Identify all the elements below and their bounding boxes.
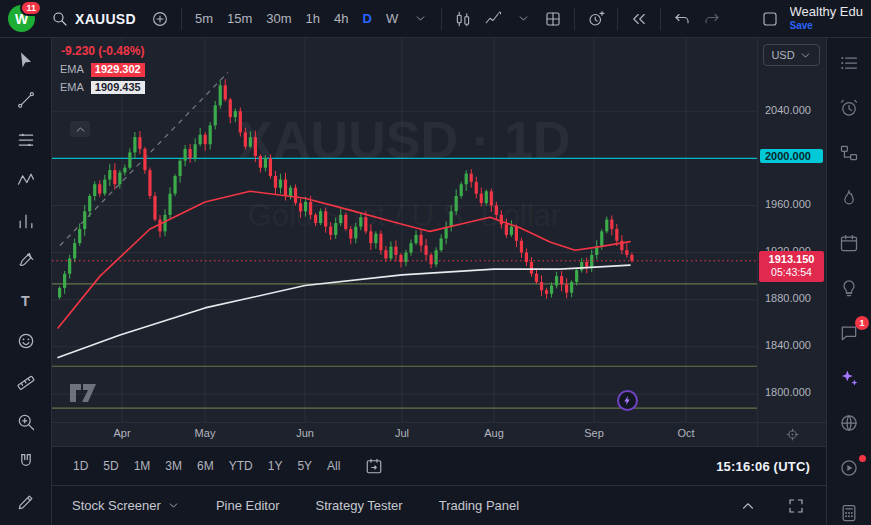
tab-stock-screener[interactable]: Stock Screener [72, 498, 180, 513]
timeframe-1w[interactable]: W [380, 7, 404, 30]
panel-collapse-button[interactable] [734, 492, 762, 520]
range-5d[interactable]: 5D [102, 457, 119, 475]
time-axis[interactable]: Apr May Jun Jul Aug Sep Oct [52, 422, 826, 446]
account-area: Wealthy Edu Save [790, 5, 863, 31]
price-change: -9.230 (-0.48%) [58, 43, 147, 59]
chart-wrap: XAUUSD · 1D Gold Spot / U.S. Dollar -9.2… [52, 38, 826, 422]
ai-assistant-button[interactable] [835, 367, 863, 389]
xabcd-pattern-icon [16, 170, 36, 190]
toolbar-divider [574, 8, 575, 30]
save-link[interactable]: Save [790, 20, 863, 32]
panel-maximize-button[interactable] [782, 492, 810, 520]
range-6m[interactable]: 6M [196, 457, 215, 475]
range-1d[interactable]: 1D [72, 457, 89, 475]
timeframe-1h[interactable]: 1h [300, 7, 326, 30]
utc-clock[interactable]: 15:16:06 (UTC) [716, 459, 810, 474]
chart-canvas[interactable]: XAUUSD · 1D Gold Spot / U.S. Dollar -9.2… [52, 38, 757, 422]
calendar-button[interactable] [835, 232, 863, 254]
undo-button[interactable] [668, 5, 696, 33]
live-dot [859, 455, 866, 462]
compare-add-button[interactable] [146, 5, 174, 33]
fib-tool-button[interactable] [9, 128, 43, 153]
calculator-button[interactable] [835, 502, 863, 524]
plus-circle-icon [151, 10, 169, 28]
ema-slow-row[interactable]: EMA 1909.435 [58, 81, 147, 94]
chevron-down-icon [799, 49, 812, 62]
alerts-button[interactable] [835, 97, 863, 119]
range-1y[interactable]: 1Y [267, 457, 284, 475]
hotlists-button[interactable] [835, 187, 863, 209]
alert-button[interactable] [582, 5, 610, 33]
indicators-button[interactable] [479, 5, 507, 33]
object-tree-icon [839, 143, 859, 163]
bar-replay-button[interactable] [625, 5, 653, 33]
range-ytd[interactable]: YTD [228, 457, 254, 475]
range-all[interactable]: All [326, 457, 341, 475]
text-tool-button[interactable]: T [9, 289, 43, 314]
range-1m[interactable]: 1M [133, 457, 152, 475]
toolbar-divider [441, 8, 442, 30]
price-level-badge: 2000.000 [760, 149, 823, 163]
app-logo[interactable]: W 11 [8, 5, 35, 32]
forecast-tool-button[interactable] [9, 208, 43, 233]
axis-settings-corner[interactable] [757, 423, 826, 446]
timeframe-15m[interactable]: 15m [221, 7, 258, 30]
symbol-search-button[interactable]: XAUUSD [43, 6, 144, 32]
tv-logo-icon [68, 382, 102, 404]
chat-button[interactable]: 1 [835, 322, 863, 344]
layout-grid-icon [544, 10, 562, 28]
tab-strategy-tester[interactable]: Strategy Tester [315, 498, 402, 513]
brush-tool-button[interactable] [9, 248, 43, 273]
object-tree-button[interactable] [835, 142, 863, 164]
tradingview-logo[interactable] [68, 382, 102, 408]
watchlist-button[interactable] [835, 52, 863, 74]
streams-button[interactable] [835, 457, 863, 479]
toolbar-divider [660, 8, 661, 30]
candlestick-chart[interactable] [52, 38, 757, 422]
range-3m[interactable]: 3M [164, 457, 183, 475]
pattern-tool-button[interactable] [9, 168, 43, 193]
legend-collapse-button[interactable] [70, 121, 90, 137]
timeframe-5m[interactable]: 5m [189, 7, 219, 30]
zoom-tool-button[interactable] [9, 409, 43, 434]
redo-button[interactable] [698, 5, 726, 33]
range-5y[interactable]: 5Y [296, 457, 313, 475]
price-axis[interactable]: USD 2040.000 2000.000 1960.000 1920.000 … [757, 38, 826, 422]
fib-retracement-icon [16, 130, 36, 150]
timeframe-30m[interactable]: 30m [260, 7, 297, 30]
chat-badge: 1 [855, 316, 869, 330]
tab-trading-panel[interactable]: Trading Panel [439, 498, 519, 513]
calculator-icon [839, 503, 859, 523]
currency-dropdown[interactable]: USD [763, 44, 820, 66]
edit-tool-button[interactable] [9, 490, 43, 515]
market-status-icon[interactable] [617, 390, 638, 411]
trend-line-tool-button[interactable] [9, 87, 43, 112]
cursor-tool-button[interactable] [9, 47, 43, 72]
measure-tool-button[interactable] [9, 369, 43, 394]
go-to-date-button[interactable] [360, 452, 388, 480]
month-label: Oct [677, 427, 694, 439]
ema-fast-row[interactable]: EMA 1929.302 [58, 63, 147, 76]
tab-label: Strategy Tester [315, 498, 402, 513]
alert-clock-icon [587, 10, 605, 28]
save-layout-button[interactable] [756, 5, 784, 33]
trend-line-icon [16, 90, 36, 110]
chart-style-button[interactable] [449, 5, 477, 33]
magnet-tool-button[interactable] [9, 450, 43, 475]
ideas-button[interactable] [835, 277, 863, 299]
timeframes-expand-button[interactable] [406, 5, 434, 33]
ema-fast-value: 1929.302 [91, 63, 145, 76]
layout-grid-button[interactable] [539, 5, 567, 33]
zoom-in-icon [16, 412, 36, 432]
emoji-tool-button[interactable] [9, 329, 43, 354]
indicators-expand-button[interactable] [509, 5, 537, 33]
alarm-clock-icon [839, 98, 859, 118]
tab-pine-editor[interactable]: Pine Editor [216, 498, 280, 513]
pencil-icon [16, 492, 36, 512]
tab-label: Trading Panel [439, 498, 519, 513]
account-name[interactable]: Wealthy Edu [790, 5, 863, 20]
community-button[interactable] [835, 412, 863, 434]
price-tick: 1880.000 [765, 292, 811, 304]
timeframe-1d[interactable]: D [357, 7, 378, 30]
timeframe-4h[interactable]: 4h [328, 7, 354, 30]
